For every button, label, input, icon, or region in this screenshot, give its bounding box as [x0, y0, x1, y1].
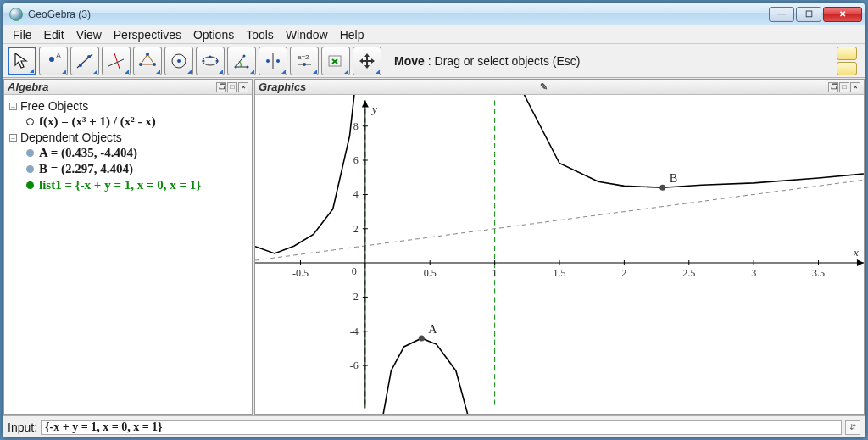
object-label: list1 = {-x + y = 1, x = 0, x = 1}	[39, 178, 201, 192]
move-tool[interactable]	[8, 47, 36, 75]
svg-text:0: 0	[352, 265, 357, 277]
graphics-header[interactable]: Graphics ✎ ❐ □ ×	[255, 80, 864, 95]
svg-point-67	[419, 335, 425, 341]
svg-text:-4: -4	[350, 326, 359, 337]
algebra-header[interactable]: Algebra ❐ □ ×	[4, 80, 252, 95]
free-objects-label: Free Objects	[20, 99, 88, 113]
svg-point-0	[49, 57, 54, 62]
tree-item-a[interactable]: A = (0.435, -4.404)	[9, 145, 247, 161]
graphics-panel: Graphics ✎ ❐ □ × -0.50.511.522.533.5-6-4…	[254, 79, 865, 415]
svg-point-22	[276, 59, 280, 63]
panel-window-icon[interactable]: ❐	[216, 82, 226, 92]
graphics-view[interactable]: -0.50.511.522.533.5-6-4-224680xyAB	[255, 95, 864, 414]
object-label: f(x) = (x³ + 1) / (x² - x)	[39, 114, 156, 129]
svg-point-10	[139, 63, 142, 66]
angle-tool[interactable]	[227, 47, 256, 75]
redo-button[interactable]	[837, 62, 857, 75]
input-help-icon[interactable]: ⇵	[845, 420, 860, 435]
app-window: GeoGebra (3) — ☐ ✕ File Edit View Perspe…	[3, 3, 865, 437]
text-tool[interactable]	[321, 47, 350, 75]
graphics-title: Graphics	[259, 81, 538, 93]
svg-text:3: 3	[751, 267, 756, 279]
panel-detach-icon[interactable]: □	[839, 82, 849, 92]
perpendicular-tool[interactable]	[102, 47, 131, 75]
svg-point-21	[266, 59, 270, 63]
tree-item-f[interactable]: f(x) = (x³ + 1) / (x² - x)	[9, 114, 247, 130]
circle-tool[interactable]	[164, 47, 193, 75]
svg-text:B: B	[670, 171, 677, 185]
close-button[interactable]: ✕	[823, 7, 862, 22]
object-label: B = (2.297, 4.404)	[39, 162, 133, 176]
svg-text:2: 2	[621, 267, 626, 279]
main-area: Algebra ❐ □ × – Free Objects f(x) = (x³ …	[3, 78, 865, 415]
titlebar[interactable]: GeoGebra (3) — ☐ ✕	[3, 3, 865, 25]
svg-line-6	[114, 53, 120, 69]
svg-text:x: x	[853, 246, 859, 259]
tree-item-list1[interactable]: list1 = {-x + y = 1, x = 0, x = 1}	[9, 177, 247, 193]
menu-file[interactable]: File	[8, 26, 37, 43]
tool-hint: Move : Drag or select objects (Esc)	[384, 54, 831, 68]
tree-item-b[interactable]: B = (2.297, 4.404)	[9, 161, 247, 177]
object-label: A = (0.435, -4.404)	[39, 146, 137, 160]
svg-text:1.5: 1.5	[553, 267, 565, 279]
reflect-tool[interactable]	[259, 47, 287, 75]
collapse-icon[interactable]: –	[9, 103, 17, 110]
menu-perspectives[interactable]: Perspectives	[108, 26, 186, 43]
menu-window[interactable]: Window	[281, 26, 333, 43]
menu-options[interactable]: Options	[188, 26, 239, 43]
input-bar: Input: {-x + y = 1, x = 0, x = 1} ⇵	[3, 415, 865, 437]
menu-tools[interactable]: Tools	[241, 26, 279, 43]
panel-window-icon[interactable]: ❐	[828, 82, 838, 92]
free-objects-category[interactable]: – Free Objects	[9, 99, 247, 113]
svg-line-29	[255, 180, 864, 260]
svg-point-4	[87, 55, 91, 58]
input-field[interactable]: {-x + y = 1, x = 0, x = 1}	[41, 420, 842, 435]
move-view-tool[interactable]	[353, 47, 381, 75]
minimize-button[interactable]: —	[769, 7, 794, 22]
panel-detach-icon[interactable]: □	[227, 82, 237, 92]
svg-line-5	[108, 59, 124, 66]
svg-point-16	[216, 59, 219, 62]
menu-edit[interactable]: Edit	[39, 26, 70, 43]
svg-text:4: 4	[353, 188, 359, 200]
slider-tool[interactable]: a=2	[290, 47, 319, 75]
maximize-button[interactable]: ☐	[796, 7, 821, 22]
collapse-icon[interactable]: –	[9, 134, 17, 142]
object-dot	[26, 165, 34, 173]
panel-close-icon[interactable]: ×	[850, 82, 860, 92]
svg-text:2: 2	[353, 223, 359, 235]
svg-marker-33	[362, 100, 369, 107]
svg-point-25	[303, 63, 306, 66]
svg-text:3.5: 3.5	[812, 267, 825, 279]
toolbar: A a=2	[3, 44, 865, 78]
dependent-objects-category[interactable]: – Dependent Objects	[9, 131, 247, 144]
svg-point-69	[659, 185, 665, 191]
dependent-objects-label: Dependent Objects	[20, 131, 122, 144]
panel-close-icon[interactable]: ×	[238, 82, 248, 92]
object-dot	[26, 149, 34, 157]
menu-view[interactable]: View	[71, 26, 107, 43]
menu-help[interactable]: Help	[335, 26, 370, 43]
svg-text:1: 1	[492, 267, 498, 279]
line-tool[interactable]	[70, 47, 99, 75]
svg-text:A: A	[428, 322, 437, 336]
algebra-panel: Algebra ❐ □ × – Free Objects f(x) = (x³ …	[3, 79, 253, 415]
svg-text:a=2: a=2	[298, 53, 309, 61]
point-tool[interactable]: A	[39, 47, 68, 75]
algebra-title: Algebra	[8, 81, 215, 93]
polygon-tool[interactable]	[133, 47, 162, 75]
pencil-icon[interactable]: ✎	[540, 81, 548, 92]
svg-text:-0.5: -0.5	[292, 267, 309, 279]
svg-point-17	[235, 65, 237, 68]
svg-marker-32	[857, 259, 864, 266]
svg-point-3	[79, 64, 82, 67]
svg-text:y: y	[370, 103, 377, 115]
svg-text:0.5: 0.5	[424, 267, 437, 279]
algebra-tree: – Free Objects f(x) = (x³ + 1) / (x² - x…	[4, 95, 252, 414]
window-title: GeoGebra (3)	[28, 8, 767, 20]
conic-tool[interactable]	[196, 47, 225, 75]
input-label: Input:	[8, 421, 37, 434]
svg-point-9	[153, 63, 156, 66]
plot-canvas[interactable]: -0.50.511.522.533.5-6-4-224680xyAB	[255, 95, 864, 414]
undo-button[interactable]	[837, 47, 857, 60]
